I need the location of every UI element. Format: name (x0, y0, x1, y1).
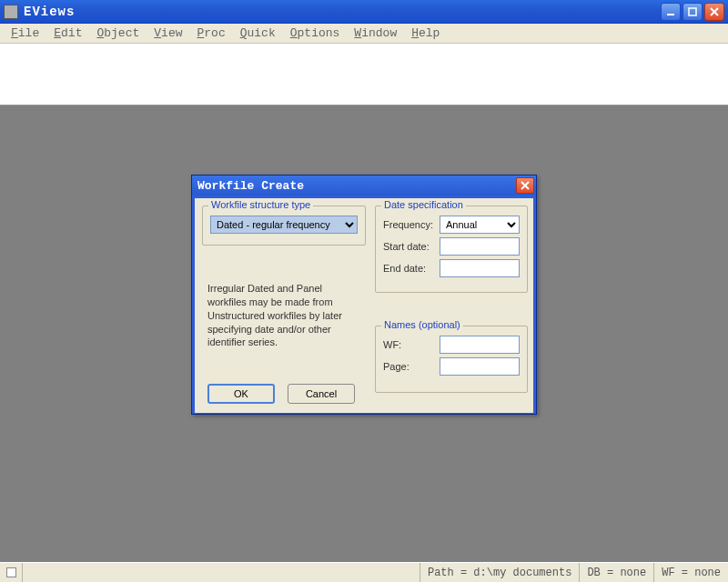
structure-legend: Workfile structure type (208, 199, 313, 210)
menu-edit[interactable]: Edit (46, 25, 89, 42)
dialog-titlebar[interactable]: Workfile Create (192, 176, 536, 196)
svg-rect-1 (689, 8, 696, 15)
structure-type-select[interactable]: Dated - regular frequency (210, 216, 358, 234)
menu-object[interactable]: Object (89, 25, 147, 42)
group-date-specification: Date specification Frequency: Annual Sta… (375, 206, 528, 293)
status-path: Path = d:\my documents (420, 563, 579, 582)
group-names: Names (optional) WF: Page: (375, 326, 528, 393)
menu-help[interactable]: Help (404, 25, 447, 42)
workfile-create-dialog: Workfile Create Workfile structure type … (191, 175, 537, 415)
names-legend: Names (optional) (381, 319, 463, 330)
mdi-area: Workfile Create Workfile structure type … (0, 105, 728, 562)
end-date-input[interactable] (440, 259, 520, 277)
start-date-input[interactable] (440, 237, 520, 256)
frequency-select[interactable]: Annual (440, 216, 520, 234)
status-bar: Path = d:\my documents DB = none WF = no… (0, 562, 728, 582)
wf-label: WF: (383, 339, 440, 350)
menu-options[interactable]: Options (283, 25, 348, 42)
status-empty (22, 563, 420, 582)
datespec-legend: Date specification (381, 199, 466, 210)
dialog-close-button[interactable] (516, 177, 534, 194)
menu-window[interactable]: Window (347, 25, 404, 42)
cancel-button[interactable]: Cancel (288, 384, 355, 404)
page-label: Page: (383, 361, 440, 372)
status-wf: WF = none (653, 563, 728, 582)
group-structure-type: Workfile structure type Dated - regular … (202, 206, 366, 246)
wf-name-input[interactable] (440, 336, 520, 354)
structure-help-text: Irregular Dated and Panel workfiles may … (207, 282, 362, 349)
close-button[interactable] (704, 3, 724, 21)
start-date-label: Start date: (383, 241, 440, 252)
page-name-input[interactable] (440, 357, 520, 376)
status-db: DB = none (579, 563, 653, 582)
app-icon (4, 5, 18, 19)
status-checkbox[interactable] (0, 567, 22, 577)
app-title: EViews (24, 5, 661, 19)
menu-quick[interactable]: Quick (233, 25, 283, 42)
menu-proc[interactable]: Proc (189, 25, 232, 42)
dialog-body: Workfile structure type Dated - regular … (195, 198, 533, 413)
menubar: File Edit Object View Proc Quick Options… (0, 24, 728, 44)
frequency-label: Frequency: (383, 219, 440, 230)
minimize-button[interactable] (661, 3, 681, 21)
ok-button[interactable]: OK (207, 384, 275, 404)
maximize-button[interactable] (682, 3, 703, 21)
menu-file[interactable]: File (4, 25, 46, 42)
end-date-label: End date: (383, 263, 440, 274)
toolbar-area (0, 44, 728, 105)
main-titlebar: EViews (0, 0, 728, 24)
dialog-title-text: Workfile Create (197, 179, 304, 193)
menu-view[interactable]: View (147, 25, 189, 42)
